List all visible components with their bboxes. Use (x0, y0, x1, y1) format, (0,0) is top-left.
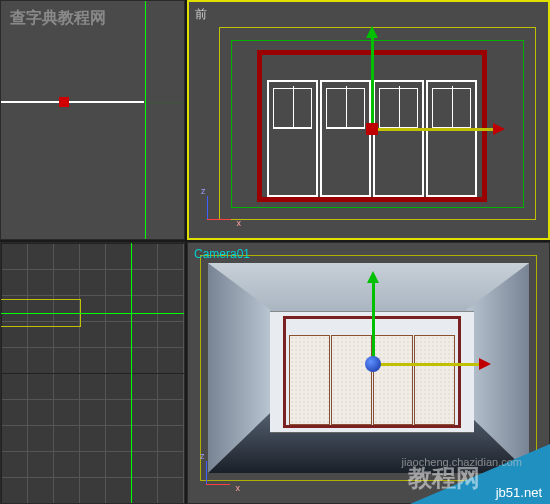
grid-axis-v (145, 1, 146, 239)
object-outline-v (131, 243, 132, 503)
door-panel[interactable] (373, 80, 424, 197)
axis-x-label: x (236, 483, 241, 493)
viewport-label-front[interactable]: 前 (195, 6, 207, 23)
grid-major (1, 243, 184, 503)
object-edge[interactable] (1, 101, 144, 103)
axis-x-label: x (237, 218, 242, 228)
move-gizmo-x-axis[interactable] (371, 128, 501, 131)
viewport-top[interactable] (0, 242, 185, 504)
viewport-content (1, 1, 184, 239)
object-outline-h (1, 313, 184, 314)
move-gizmo-x-axis[interactable] (372, 363, 487, 366)
move-gizmo-center[interactable] (366, 123, 378, 135)
move-gizmo-y-axis[interactable] (371, 30, 374, 130)
axis-z-label: z (201, 186, 206, 196)
door-panel[interactable] (331, 335, 372, 425)
watermark-url: jiaocheng.chazidian.com (402, 456, 522, 468)
move-gizmo-y-axis[interactable] (372, 275, 375, 365)
door-panel[interactable] (320, 80, 371, 197)
move-gizmo-center[interactable] (365, 356, 381, 372)
axis-tripod-icon: z x (198, 453, 238, 493)
door-panel[interactable] (414, 335, 455, 425)
door-panel[interactable] (289, 335, 330, 425)
viewport-grid: 前 z x Camera01 (0, 0, 550, 504)
viewport-top-left[interactable] (0, 0, 185, 240)
viewport-content: z x (189, 2, 548, 238)
gizmo-handle[interactable] (59, 97, 69, 107)
viewport-front[interactable]: 前 z x (187, 0, 550, 240)
door-panel[interactable] (267, 80, 318, 197)
axis-z-label: z (200, 451, 205, 461)
axis-tripod-icon: z x (199, 188, 239, 228)
viewport-label-camera[interactable]: Camera01 (194, 247, 250, 261)
corner-badge-text: jb51.net (496, 485, 542, 500)
door-panel[interactable] (426, 80, 477, 197)
door-panel[interactable] (373, 335, 414, 425)
